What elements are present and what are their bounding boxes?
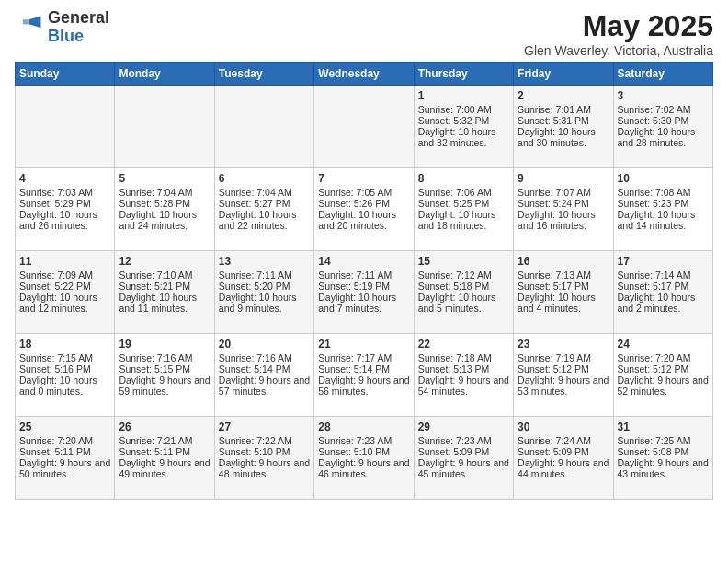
calendar-cell: 3Sunrise: 7:02 AMSunset: 5:30 PMDaylight…	[613, 86, 712, 168]
calendar-cell: 26Sunrise: 7:21 AMSunset: 5:11 PMDayligh…	[115, 417, 214, 500]
calendar-cell: 15Sunrise: 7:12 AMSunset: 5:18 PMDayligh…	[414, 251, 513, 334]
sunrise-text: Sunrise: 7:23 AM	[318, 435, 409, 446]
sunrise-text: Sunrise: 7:10 AM	[119, 270, 210, 281]
sunset-text: Sunset: 5:10 PM	[318, 446, 409, 457]
day-number: 2	[518, 89, 609, 102]
sunrise-text: Sunrise: 7:14 AM	[618, 270, 709, 281]
sunset-text: Sunset: 5:31 PM	[518, 115, 609, 126]
sunrise-text: Sunrise: 7:19 AM	[518, 352, 609, 363]
sunset-text: Sunset: 5:32 PM	[418, 115, 509, 126]
day-number: 27	[219, 420, 310, 433]
sunrise-text: Sunrise: 7:01 AM	[518, 104, 609, 115]
calendar-cell: 11Sunrise: 7:09 AMSunset: 5:22 PMDayligh…	[16, 251, 115, 334]
sunrise-text: Sunrise: 7:08 AM	[618, 187, 709, 198]
calendar-cell: 25Sunrise: 7:20 AMSunset: 5:11 PMDayligh…	[16, 417, 115, 500]
week-row-1: 1Sunrise: 7:00 AMSunset: 5:32 PMDaylight…	[16, 86, 713, 168]
sunrise-text: Sunrise: 7:23 AM	[418, 435, 509, 446]
day-number: 10	[618, 172, 709, 185]
sunrise-text: Sunrise: 7:00 AM	[418, 104, 509, 115]
sunset-text: Sunset: 5:12 PM	[518, 363, 609, 374]
day-number: 24	[618, 338, 709, 350]
daylight-text: Daylight: 10 hours and 20 minutes.	[318, 209, 409, 231]
daylight-text: Daylight: 10 hours and 4 minutes.	[518, 292, 609, 314]
sunset-text: Sunset: 5:08 PM	[618, 446, 709, 457]
calendar-cell: 7Sunrise: 7:05 AMSunset: 5:26 PMDaylight…	[314, 168, 414, 251]
sunrise-text: Sunrise: 7:07 AM	[518, 187, 609, 198]
calendar-cell: 6Sunrise: 7:04 AMSunset: 5:27 PMDaylight…	[214, 168, 313, 251]
sunset-text: Sunset: 5:09 PM	[418, 446, 509, 457]
day-number: 31	[618, 420, 709, 433]
sunrise-text: Sunrise: 7:21 AM	[119, 435, 210, 446]
day-number: 1	[418, 89, 509, 102]
header: General Blue May 2025 Glen Waverley, Vic…	[15, 9, 713, 58]
daylight-text: Daylight: 10 hours and 14 minutes.	[618, 209, 709, 231]
calendar-cell	[214, 86, 313, 168]
calendar-cell: 22Sunrise: 7:18 AMSunset: 5:13 PMDayligh…	[414, 334, 513, 417]
calendar-cell: 2Sunrise: 7:01 AMSunset: 5:31 PMDaylight…	[514, 86, 613, 168]
sunrise-text: Sunrise: 7:02 AM	[618, 104, 709, 115]
sunset-text: Sunset: 5:27 PM	[219, 198, 310, 209]
day-number: 19	[119, 338, 210, 350]
sunset-text: Sunset: 5:22 PM	[19, 281, 110, 292]
day-number: 30	[518, 420, 609, 433]
calendar-cell: 21Sunrise: 7:17 AMSunset: 5:14 PMDayligh…	[314, 334, 414, 417]
calendar-cell	[115, 86, 214, 168]
daylight-text: Daylight: 10 hours and 9 minutes.	[219, 292, 310, 314]
sunset-text: Sunset: 5:13 PM	[418, 363, 509, 374]
calendar-cell: 18Sunrise: 7:15 AMSunset: 5:16 PMDayligh…	[16, 334, 115, 417]
daylight-text: Daylight: 10 hours and 32 minutes.	[418, 126, 509, 148]
header-sunday: Sunday	[16, 63, 115, 86]
sunset-text: Sunset: 5:20 PM	[219, 281, 310, 292]
sunrise-text: Sunrise: 7:12 AM	[418, 270, 509, 281]
sunset-text: Sunset: 5:21 PM	[119, 281, 210, 292]
daylight-text: Daylight: 9 hours and 46 minutes.	[318, 457, 409, 479]
daylight-text: Daylight: 9 hours and 43 minutes.	[618, 457, 709, 479]
calendar-cell: 1Sunrise: 7:00 AMSunset: 5:32 PMDaylight…	[414, 86, 513, 168]
sunrise-text: Sunrise: 7:04 AM	[119, 187, 210, 198]
calendar-cell: 14Sunrise: 7:11 AMSunset: 5:19 PMDayligh…	[314, 251, 414, 334]
day-number: 18	[19, 338, 110, 350]
sunrise-text: Sunrise: 7:11 AM	[318, 270, 409, 281]
calendar-cell: 12Sunrise: 7:10 AMSunset: 5:21 PMDayligh…	[115, 251, 214, 334]
week-row-4: 18Sunrise: 7:15 AMSunset: 5:16 PMDayligh…	[16, 334, 713, 417]
sunset-text: Sunset: 5:12 PM	[618, 363, 709, 374]
daylight-text: Daylight: 9 hours and 56 minutes.	[318, 374, 409, 396]
sunset-text: Sunset: 5:19 PM	[318, 281, 409, 292]
daylight-text: Daylight: 9 hours and 59 minutes.	[119, 374, 210, 396]
calendar-cell: 30Sunrise: 7:24 AMSunset: 5:09 PMDayligh…	[514, 417, 613, 500]
header-thursday: Thursday	[414, 63, 513, 86]
daylight-text: Daylight: 10 hours and 16 minutes.	[518, 209, 609, 231]
header-friday: Friday	[514, 63, 613, 86]
daylight-text: Daylight: 9 hours and 54 minutes.	[418, 374, 509, 396]
daylight-text: Daylight: 10 hours and 28 minutes.	[618, 126, 709, 148]
sunrise-text: Sunrise: 7:20 AM	[19, 435, 110, 446]
sunrise-text: Sunrise: 7:09 AM	[19, 270, 110, 281]
calendar-cell: 8Sunrise: 7:06 AMSunset: 5:25 PMDaylight…	[414, 168, 513, 251]
calendar-cell	[314, 86, 414, 168]
week-row-5: 25Sunrise: 7:20 AMSunset: 5:11 PMDayligh…	[16, 417, 713, 500]
sunset-text: Sunset: 5:25 PM	[418, 198, 509, 209]
sunrise-text: Sunrise: 7:16 AM	[219, 352, 310, 363]
day-number: 3	[618, 89, 709, 102]
subtitle: Glen Waverley, Victoria, Australia	[524, 43, 713, 58]
daylight-text: Daylight: 9 hours and 52 minutes.	[618, 374, 709, 396]
day-number: 11	[19, 255, 110, 268]
daylight-text: Daylight: 10 hours and 12 minutes.	[19, 292, 110, 314]
calendar-cell: 9Sunrise: 7:07 AMSunset: 5:24 PMDaylight…	[514, 168, 613, 251]
sunrise-text: Sunrise: 7:16 AM	[119, 352, 210, 363]
daylight-text: Daylight: 10 hours and 24 minutes.	[119, 209, 210, 231]
sunset-text: Sunset: 5:28 PM	[119, 198, 210, 209]
main-title: May 2025	[524, 9, 713, 43]
header-wednesday: Wednesday	[314, 63, 414, 86]
calendar-cell	[16, 86, 115, 168]
sunset-text: Sunset: 5:29 PM	[19, 198, 110, 209]
daylight-text: Daylight: 9 hours and 53 minutes.	[518, 374, 609, 396]
day-number: 7	[318, 172, 409, 185]
daylight-text: Daylight: 9 hours and 44 minutes.	[518, 457, 609, 479]
sunset-text: Sunset: 5:16 PM	[19, 363, 110, 374]
sunset-text: Sunset: 5:11 PM	[119, 446, 210, 457]
logo-general: General	[48, 9, 109, 28]
logo-icon	[15, 13, 44, 42]
day-number: 21	[318, 338, 409, 350]
sunrise-text: Sunrise: 7:03 AM	[19, 187, 110, 198]
